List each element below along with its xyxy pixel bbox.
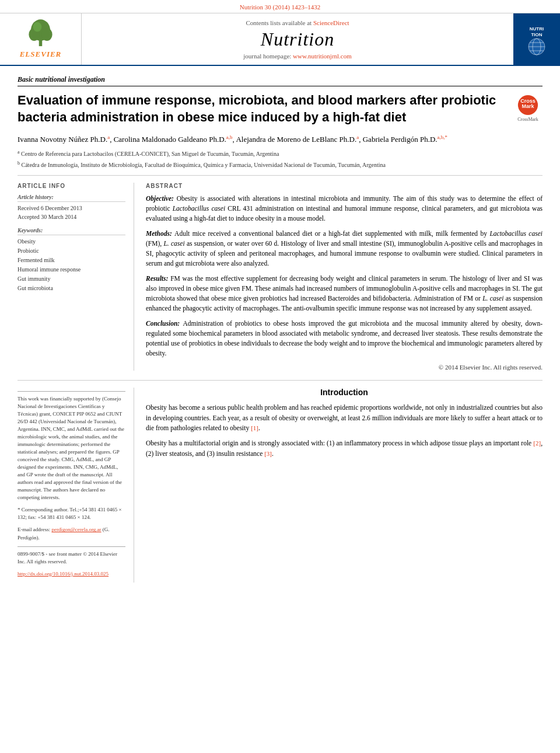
- two-column-layout: ARTICLE INFO Article history: Received 6…: [18, 175, 542, 371]
- keyword-probiotic: Probiotic: [18, 246, 125, 256]
- objective-label: Objective:: [146, 195, 177, 202]
- keyword-obesity: Obesity: [18, 237, 125, 246]
- corresponding-footnote: * Corresponding author. Tel.;+54 381 431…: [18, 506, 125, 521]
- journal-homepage-link[interactable]: www.nutritionjrnl.com: [293, 53, 352, 60]
- abstract-methods: Methods: Adult mice received a conventio…: [146, 229, 542, 269]
- affiliation-b: b Cátedra de Inmunología, Instituto de M…: [18, 160, 542, 169]
- abstract-heading: ABSTRACT: [146, 183, 542, 189]
- results-text: FM was the most effective supplement for…: [146, 275, 542, 312]
- crossmark-label: CrossMark: [517, 117, 538, 122]
- conclusion-text: Administration of probiotics to obese ho…: [146, 320, 542, 357]
- doi-link[interactable]: http://dx.doi.org/10.1016/j.nut.2014.03.…: [18, 571, 108, 577]
- introduction-column: Introduction Obesity has become a seriou…: [146, 388, 542, 583]
- journal-reference-bar: Nutrition 30 (2014) 1423–1432: [0, 0, 560, 13]
- journal-homepage-label: journal homepage:: [243, 53, 291, 60]
- objective-text: Obesity is associated with alterations i…: [146, 195, 542, 222]
- email-label: E-mail address:: [18, 527, 50, 532]
- ref-3: [3]: [264, 450, 272, 457]
- nutrition-journal-icon: NUTRI TION: [519, 18, 554, 58]
- svg-text:TION: TION: [531, 32, 542, 37]
- author-2: Carolina Maldonado Galdeano Ph.D.a,b,: [114, 135, 236, 144]
- abstract-results: Results: FM was the most effective suppl…: [146, 274, 542, 314]
- author-1: Ivanna Novotny Núñez Ph.D.a,: [18, 135, 114, 144]
- crossmark-icon: Cross Mark: [517, 95, 538, 116]
- author-4: Gabriela Perdigón Ph.D.a,b,*: [363, 135, 447, 144]
- article-info-column: ARTICLE INFO Article history: Received 6…: [18, 183, 134, 371]
- article-history-label: Article history:: [18, 194, 125, 202]
- received-date: Received 6 December 2013: [18, 204, 125, 212]
- author-3: Alejandra de Moreno de LeBlanc Ph.D.a,: [236, 135, 362, 144]
- abstract-conclusion: Conclusion: Administration of probiotics…: [146, 319, 542, 359]
- crossmark-badge: Cross Mark CrossMark: [513, 95, 542, 122]
- title-row: Evaluation of immune response, microbiot…: [18, 92, 542, 126]
- funding-text: This work was financially supported by (…: [18, 396, 124, 501]
- abstract-objective: Objective: Obesity is associated with al…: [146, 194, 542, 224]
- svg-point-5: [33, 22, 42, 32]
- sciencedirect-label: Contents lists available at: [246, 19, 312, 26]
- elsevier-logo-area: ELSEVIER: [0, 13, 82, 65]
- nutrition-badge-area: NUTRI TION: [513, 13, 560, 65]
- journal-header: ELSEVIER Contents lists available at Sci…: [0, 13, 560, 66]
- svg-point-4: [41, 28, 52, 41]
- copyright-line: © 2014 Elsevier Inc. All rights reserved…: [146, 364, 542, 371]
- journal-homepage-line: journal homepage: www.nutritionjrnl.com: [243, 53, 352, 60]
- footnote-divider-bottom: [18, 546, 125, 547]
- svg-text:Mark: Mark: [522, 103, 534, 109]
- affiliations: a Centro de Referencia para Lactobacilos…: [18, 149, 542, 169]
- article-info-heading: ARTICLE INFO: [18, 183, 125, 189]
- elsevier-text: ELSEVIER: [20, 50, 62, 59]
- keyword-humoral: Humoral immune response: [18, 265, 125, 274]
- doi-line: http://dx.doi.org/10.1016/j.nut.2014.03.…: [18, 570, 125, 578]
- footnotes-column: This work was financially supported by (…: [18, 388, 134, 583]
- ref-1: [1]: [251, 424, 258, 431]
- keyword-gut-microbiota: Gut microbiota: [18, 284, 125, 293]
- introduction-paragraph-2: Obesity has a multifactorial origin and …: [146, 438, 542, 459]
- footnote-divider-top: [18, 391, 125, 392]
- accepted-date: Accepted 30 March 2014: [18, 212, 125, 221]
- bottom-section: This work was financially supported by (…: [18, 380, 542, 583]
- methods-text: Adult mice received a conventional balan…: [146, 230, 542, 267]
- nutrition-badge: NUTRI TION: [519, 18, 554, 60]
- svg-text:Cross: Cross: [520, 98, 536, 104]
- keyword-gut-immunity: Gut immunity: [18, 274, 125, 284]
- issn-line: 0899-9007/$ - see front matter © 2014 El…: [18, 550, 125, 566]
- keywords-label: Keywords:: [18, 227, 125, 235]
- authors: Ivanna Novotny Núñez Ph.D.a, Carolina Ma…: [18, 133, 542, 145]
- abstract-column: ABSTRACT Objective: Obesity is associate…: [146, 183, 542, 371]
- svg-text:NUTRI: NUTRI: [530, 26, 544, 32]
- issn-text: 0899-9007/$ - see front matter © 2014 El…: [18, 551, 117, 564]
- email-link[interactable]: perdigon@cerela.org.ar: [51, 527, 101, 532]
- email-footnote: E-mail address: perdigon@cerela.org.ar (…: [18, 526, 125, 541]
- results-label: Results:: [146, 275, 170, 282]
- article-container: Basic nutritional investigation Evaluati…: [0, 66, 560, 594]
- introduction-paragraph-1: Obesity has become a serious public heal…: [146, 403, 542, 434]
- conclusion-label: Conclusion:: [146, 320, 183, 327]
- keyword-fermented-milk: Fermented milk: [18, 256, 125, 265]
- article-type: Basic nutritional investigation: [18, 75, 542, 86]
- article-title: Evaluation of immune response, microbiot…: [18, 92, 504, 126]
- ref-2: [2]: [533, 440, 541, 447]
- sciencedirect-link[interactable]: ScienceDirect: [313, 19, 349, 26]
- sciencedirect-line: Contents lists available at ScienceDirec…: [246, 19, 349, 26]
- introduction-heading: Introduction: [146, 388, 542, 397]
- elsevier-tree-icon: [24, 19, 57, 48]
- elsevier-logo: ELSEVIER: [20, 19, 62, 59]
- article-dates: Received 6 December 2013 Accepted 30 Mar…: [18, 204, 125, 221]
- funding-footnote: This work was financially supported by (…: [18, 395, 125, 502]
- corresponding-text: * Corresponding author. Tel.;+54 381 431…: [18, 507, 122, 520]
- keywords-section: Keywords: Obesity Probiotic Fermented mi…: [18, 227, 125, 293]
- journal-header-center: Contents lists available at ScienceDirec…: [82, 13, 513, 65]
- affiliation-a: a Centro de Referencia para Lactobacilos…: [18, 149, 542, 158]
- methods-label: Methods:: [146, 230, 174, 237]
- journal-reference-text: Nutrition 30 (2014) 1423–1432: [240, 4, 320, 11]
- journal-title: Nutrition: [261, 29, 334, 50]
